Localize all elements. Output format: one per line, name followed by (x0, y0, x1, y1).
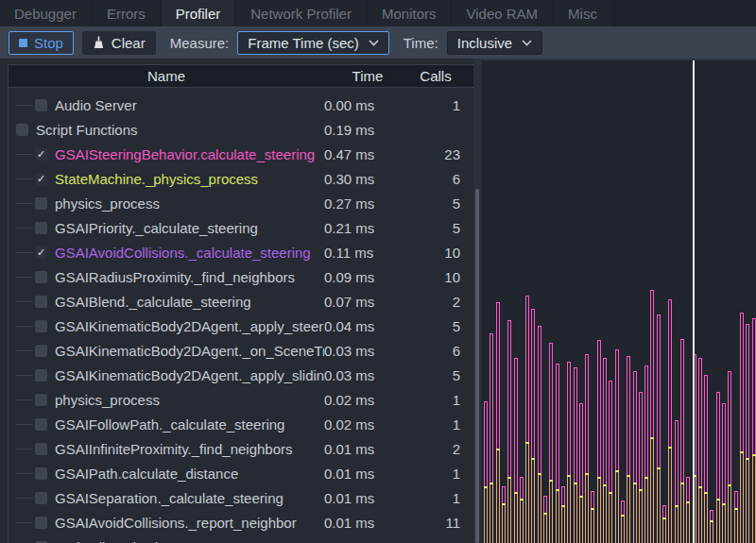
function-calls: 5 (411, 367, 460, 383)
time-dropdown-value: Inclusive (457, 35, 512, 51)
frame-bar (752, 318, 756, 543)
row-checkbox[interactable] (35, 418, 47, 431)
table-row[interactable]: GSAISeparation._calculate_steering 0.01 … (9, 485, 473, 510)
function-name: Audio Server (55, 97, 137, 113)
row-checkbox[interactable]: ✓ (35, 173, 47, 185)
table-row[interactable]: GSAIKinematicBody2DAgent._on_SceneTr 0.0… (9, 338, 473, 363)
table-row[interactable]: Projectile._physics_process 0.01 2 (9, 535, 473, 543)
row-checkbox[interactable] (35, 296, 47, 308)
clear-button[interactable]: Clear (82, 31, 156, 55)
frame-bar (561, 486, 565, 543)
time-dropdown[interactable]: Inclusive (447, 31, 542, 55)
yellow-tick (633, 483, 637, 484)
row-checkbox[interactable] (35, 222, 47, 234)
function-calls: 6 (411, 343, 460, 359)
row-checkbox[interactable]: ✓ (35, 148, 47, 161)
vertical-scrollbar[interactable] (473, 59, 481, 543)
table-row[interactable]: ✓ GSAIAvoidCollisions._calculate_steerin… (9, 240, 473, 264)
table-row[interactable]: GSAIBlend._calculate_steering 0.07 ms 2 (9, 289, 473, 314)
row-checkbox[interactable] (35, 345, 47, 357)
stop-button[interactable]: Stop (9, 31, 74, 55)
function-time: 0.01 ms (324, 515, 411, 531)
yellow-tick (668, 447, 672, 449)
yellow-tick (507, 477, 511, 479)
function-time: 0.27 ms (324, 195, 411, 212)
function-time: 0.01 ms (324, 490, 411, 506)
function-name: GSAIAvoidCollisions._report_neighbor (55, 515, 297, 531)
tree-guide-line (16, 105, 33, 106)
tab-profiler[interactable]: Profiler (162, 0, 235, 26)
row-checkbox[interactable] (35, 197, 47, 210)
table-row[interactable]: GSAIRadiusProximity._find_neighbors 0.09… (9, 264, 473, 289)
table-row[interactable]: GSAIKinematicBody2DAgent._apply_steeri 0… (9, 314, 473, 338)
function-calls: 1 (411, 392, 460, 408)
row-checkbox[interactable] (35, 394, 47, 406)
function-time: 0.19 ms (324, 122, 411, 138)
table-row[interactable]: Audio Server 0.00 ms 1 (9, 93, 473, 117)
yellow-tick (686, 501, 690, 503)
frame-time-graph[interactable] (482, 59, 756, 543)
frame-bar (567, 362, 571, 543)
function-calls: 5 (411, 220, 460, 236)
row-checkbox[interactable] (35, 320, 47, 332)
table-row[interactable]: physics_process 0.02 ms 1 (9, 387, 473, 412)
function-calls: 10 (411, 269, 460, 285)
frame-bar (490, 333, 493, 543)
row-checkbox[interactable] (35, 99, 47, 111)
table-row[interactable]: GSAIPriority._calculate_steering 0.21 ms… (9, 215, 473, 240)
row-checkbox[interactable] (35, 467, 47, 480)
column-header-calls[interactable]: Calls (411, 65, 460, 88)
table-row[interactable]: physics_process 0.27 ms 5 (9, 191, 473, 215)
row-checkbox[interactable] (16, 124, 28, 136)
frame-bar (710, 510, 713, 543)
function-calls: 23 (411, 146, 460, 162)
tab-monitors[interactable]: Monitors (368, 0, 451, 26)
tab-errors[interactable]: Errors (93, 0, 160, 26)
tab-misc[interactable]: Misc (554, 0, 611, 26)
function-calls: 11 (411, 515, 460, 531)
tab-video-ram[interactable]: Video RAM (452, 0, 552, 26)
function-calls: 1 (411, 97, 460, 113)
column-header-name[interactable]: Name (9, 65, 324, 88)
stop-button-label: Stop (34, 35, 63, 51)
function-time: 0.03 ms (324, 367, 411, 383)
row-checkbox[interactable]: ✓ (35, 246, 47, 259)
row-checkbox[interactable] (35, 271, 47, 283)
table-row[interactable]: GSAIKinematicBody2DAgent._apply_slidin 0… (9, 363, 473, 387)
function-calls: 2 (411, 441, 460, 457)
function-calls: 1 (411, 466, 460, 482)
table-row[interactable]: GSAIFollowPath._calculate_steering 0.02 … (9, 412, 473, 436)
yellow-tick (704, 492, 708, 494)
table-row[interactable]: GSAIAvoidCollisions._report_neighbor 0.0… (9, 510, 473, 535)
row-checkbox[interactable] (35, 369, 47, 382)
frame-bar (549, 343, 553, 543)
row-checkbox[interactable] (35, 517, 47, 529)
table-row[interactable]: ✓ GSAISteeringBehavior.calculate_steerin… (9, 142, 473, 166)
frame-bar (615, 349, 619, 543)
frame-bar (698, 358, 702, 543)
function-name: GSAIRadiusProximity._find_neighbors (55, 269, 295, 285)
yellow-tick (680, 483, 684, 484)
frame-bar (603, 358, 607, 543)
measure-dropdown[interactable]: Frame Time (sec) (237, 31, 389, 55)
yellow-tick (662, 518, 666, 519)
yellow-tick (531, 458, 535, 460)
table-row[interactable]: GSAIPath.calculate_distance 0.01 ms 1 (9, 461, 473, 485)
tab-network-profiler[interactable]: Network Profiler (236, 0, 366, 26)
frame-bar (525, 296, 529, 543)
yellow-tick (597, 477, 601, 479)
function-time: 0.30 ms (324, 171, 411, 187)
function-time: 0.01 ms (324, 441, 411, 457)
table-row[interactable]: Script Functions 0.19 ms (9, 117, 473, 142)
yellow-tick (579, 496, 583, 498)
column-header-time[interactable]: Time (324, 65, 411, 88)
yellow-tick (615, 470, 619, 472)
scrollbar-thumb[interactable] (475, 189, 479, 543)
frame-bar (543, 496, 547, 543)
function-time: 0.03 ms (324, 343, 411, 359)
row-checkbox[interactable] (35, 443, 47, 455)
table-row[interactable]: GSAIInfiniteProximity._find_neighbors 0.… (9, 436, 473, 461)
tab-debugger[interactable]: Debugger (0, 0, 91, 26)
table-row[interactable]: ✓ StateMachine._physics_process 0.30 ms … (9, 166, 473, 191)
row-checkbox[interactable] (35, 492, 47, 504)
